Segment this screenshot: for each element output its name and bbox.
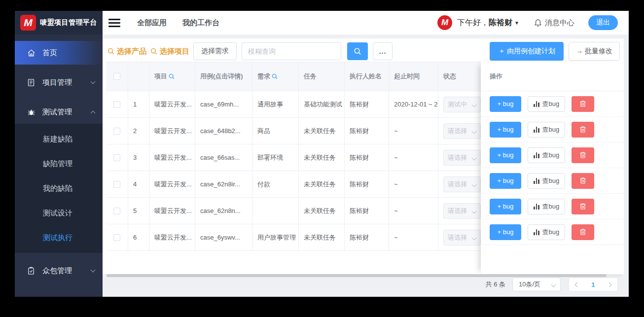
- app-window: M 唛盟项目管理平台 全部应用 我的工作台 M 下午好，陈裕财 ▼ 消息中心 退…: [15, 11, 629, 297]
- pager: 1: [569, 278, 618, 291]
- row-checkbox[interactable]: [113, 181, 120, 188]
- nav-all-apps[interactable]: 全部应用: [137, 18, 167, 28]
- sidebar-item-crowd-mgmt[interactable]: 众包管理: [15, 259, 103, 282]
- sidebar-item-test-execution[interactable]: 测试执行: [15, 225, 103, 250]
- sidebar-item-label: 项目管理: [42, 78, 91, 87]
- search-icon[interactable]: [272, 73, 278, 79]
- status-select[interactable]: 请选择: [443, 176, 481, 192]
- sidebar-item-home[interactable]: 首页: [15, 41, 103, 65]
- cell-period: ~: [389, 118, 438, 144]
- col-project: 项目: [149, 62, 195, 91]
- cell-requirement: 付款: [252, 171, 299, 197]
- status-select[interactable]: 请选择: [443, 203, 481, 219]
- cell-case-link[interactable]: case_66sas...: [195, 144, 252, 171]
- cell-executor: 陈裕财: [345, 224, 389, 250]
- row-checkbox[interactable]: [113, 208, 120, 214]
- cell-case-link[interactable]: case_6yswv...: [195, 224, 252, 250]
- status-select[interactable]: 请选择: [443, 230, 481, 246]
- status-select[interactable]: 请选择: [443, 150, 481, 166]
- create-plan-from-case-button[interactable]: ＋ 由用例创建计划: [490, 42, 564, 61]
- col-task: 任务: [299, 62, 345, 91]
- delete-button[interactable]: [572, 173, 594, 189]
- row-checkbox[interactable]: [113, 234, 120, 241]
- more-filters-button[interactable]: ...: [373, 42, 393, 60]
- cell-requirement: 部署环境: [252, 144, 299, 171]
- message-center-link[interactable]: 消息中心: [534, 18, 574, 28]
- logout-button[interactable]: 退出: [588, 15, 618, 30]
- select-requirement-button[interactable]: 选择需求: [193, 42, 237, 60]
- cell-requirement: [252, 198, 299, 224]
- status-select[interactable]: 请选择: [443, 123, 481, 139]
- operations-column: 操作 + bug 查bug + bug 查bug + bug 查bug: [481, 62, 624, 274]
- delete-button[interactable]: [572, 96, 594, 112]
- table-row: 4 唛盟云开发... case_62n8ir... 付款 未关联任务 陈裕财 ~…: [106, 171, 496, 198]
- nav-my-workbench[interactable]: 我的工作台: [182, 18, 219, 28]
- select-all-checkbox[interactable]: [113, 73, 120, 80]
- select-product-link[interactable]: 选择产品: [107, 47, 146, 56]
- sidebar-item-my-defects[interactable]: 我的缺陷: [15, 176, 103, 201]
- select-project-link[interactable]: 选择项目: [150, 47, 189, 56]
- user-avatar[interactable]: M: [437, 15, 452, 30]
- cell-project: 唛盟云开发...: [149, 144, 195, 171]
- cell-case-link[interactable]: case_648b2...: [195, 118, 252, 144]
- cell-task: 未关联任务: [299, 144, 345, 171]
- user-dropdown-caret-icon[interactable]: ▼: [514, 20, 519, 26]
- bar-chart-icon: [534, 178, 539, 184]
- username: 陈裕财: [489, 18, 512, 27]
- add-bug-button[interactable]: + bug: [490, 147, 521, 163]
- row-checkbox[interactable]: [113, 154, 120, 161]
- view-bug-button[interactable]: 查bug: [528, 173, 565, 189]
- delete-button[interactable]: [572, 224, 594, 240]
- search-icon[interactable]: [169, 73, 175, 79]
- search-icon: [150, 48, 157, 55]
- page-size-select[interactable]: 10条/页: [512, 278, 561, 291]
- chevron-right-icon: [607, 282, 612, 287]
- row-checkbox[interactable]: [113, 128, 120, 135]
- cell-period: 2020-12-01 ~ 20: [389, 91, 438, 117]
- view-bug-button[interactable]: 查bug: [528, 199, 565, 214]
- view-bug-button[interactable]: 查bug: [528, 147, 565, 163]
- delete-button[interactable]: [572, 199, 594, 214]
- operations-row: + bug 查bug: [481, 194, 624, 219]
- menu-collapse-icon[interactable]: [108, 19, 120, 27]
- view-bug-button[interactable]: 查bug: [528, 224, 565, 240]
- greeting-prefix: 下午好，: [457, 18, 489, 27]
- cell-executor: 陈裕财: [345, 91, 389, 117]
- toolbar-right: ＋ 由用例创建计划 → 批量修改: [490, 42, 620, 61]
- cell-case-link[interactable]: case_69mh...: [195, 91, 252, 117]
- greeting-text[interactable]: 下午好，陈裕财: [457, 18, 512, 28]
- search-button[interactable]: [347, 42, 368, 60]
- sidebar-item-partial[interactable]: [15, 294, 103, 297]
- current-page[interactable]: 1: [591, 281, 595, 288]
- sidebar-item-test-design[interactable]: 测试设计: [15, 201, 103, 225]
- cell-case-link[interactable]: case_62n8ir...: [195, 171, 252, 197]
- view-bug-label: 查bug: [542, 202, 560, 211]
- add-bug-button[interactable]: + bug: [490, 96, 521, 112]
- view-bug-button[interactable]: 查bug: [528, 122, 565, 138]
- row-checkbox[interactable]: [113, 101, 120, 108]
- status-select[interactable]: 测试中: [443, 97, 481, 112]
- next-page-button[interactable]: [608, 283, 611, 286]
- view-bug-button[interactable]: 查bug: [528, 96, 565, 112]
- batch-edit-button[interactable]: → 批量修改: [569, 42, 620, 61]
- test-plan-table: 项目 用例(点击详情) 需求 任务 执行人姓名 起止时间 状态 1 唛盟云开发.…: [106, 62, 496, 251]
- sidebar: 首页 项目管理 测试管理 新建缺陷 缺陷管理 我的缺陷 测试设计 测试执行: [15, 35, 103, 297]
- delete-button[interactable]: [572, 122, 594, 138]
- total-count: 共 6 条: [486, 280, 505, 289]
- sidebar-item-defect-mgmt[interactable]: 缺陷管理: [15, 151, 103, 176]
- fuzzy-search-input[interactable]: [242, 42, 341, 60]
- sidebar-item-test-mgmt[interactable]: 测试管理: [15, 100, 103, 124]
- delete-button[interactable]: [572, 147, 594, 163]
- cell-case-link[interactable]: case_62n8n...: [195, 198, 252, 224]
- sidebar-item-project-mgmt[interactable]: 项目管理: [15, 70, 103, 94]
- cell-period: ~: [389, 198, 438, 224]
- add-bug-button[interactable]: + bug: [490, 173, 521, 189]
- add-bug-button[interactable]: + bug: [490, 224, 521, 240]
- table-row: 2 唛盟云开发... case_648b2... 商品 未关联任务 陈裕财 ~ …: [106, 118, 496, 144]
- table-row: 3 唛盟云开发... case_66sas... 部署环境 未关联任务 陈裕财 …: [106, 144, 496, 171]
- sidebar-item-new-defect[interactable]: 新建缺陷: [15, 127, 103, 151]
- add-bug-button[interactable]: + bug: [490, 122, 521, 138]
- add-bug-button[interactable]: + bug: [490, 199, 521, 214]
- cell-project: 唛盟云开发...: [149, 224, 195, 250]
- prev-page-button[interactable]: [575, 283, 579, 286]
